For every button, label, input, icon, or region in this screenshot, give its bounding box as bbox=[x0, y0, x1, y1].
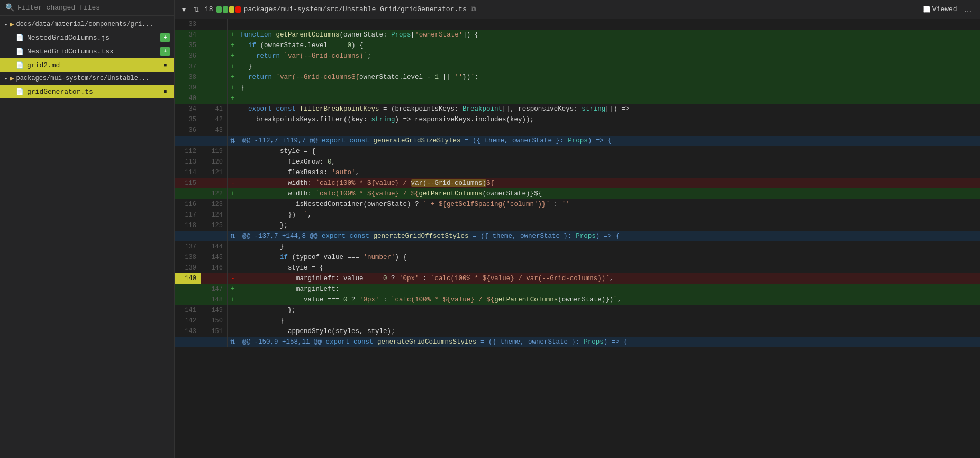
code-content[interactable]: 33 34 + function getParentColumns(ownerS… bbox=[175, 19, 980, 458]
line-num-new bbox=[201, 273, 228, 284]
line-num-new: 42 bbox=[201, 114, 228, 125]
code-line: 117 124 }) `, bbox=[175, 210, 980, 220]
line-num-new bbox=[201, 30, 228, 40]
folder-packages[interactable]: ▾ ▶ packages/mui-system/src/Unstable... bbox=[0, 72, 174, 85]
expand-icon[interactable]: ⇅ bbox=[228, 231, 238, 241]
expand-button[interactable]: ⇅ bbox=[191, 4, 202, 15]
folder-docs[interactable]: ▾ ▶ docs/data/material/components/gri... bbox=[0, 18, 174, 31]
line-num-new: 146 bbox=[201, 263, 228, 273]
line-num-new bbox=[201, 61, 228, 72]
code-header: ▾ ⇅ 18 packages/mui-system/src/Unstable_… bbox=[175, 0, 980, 19]
line-content: } bbox=[238, 61, 980, 72]
viewed-checkbox[interactable] bbox=[923, 6, 930, 13]
code-line-removed: 115 - width: `calc(100% * ${value} / var… bbox=[175, 178, 980, 188]
line-content: width: `calc(100% * ${value} / ${getPare… bbox=[238, 188, 980, 199]
line-num-old: 139 bbox=[175, 263, 201, 273]
header-filename: packages/mui-system/src/Unstable_Grid/gr… bbox=[244, 5, 467, 13]
line-content: marginLeft: bbox=[238, 284, 980, 294]
code-line-added: 35 + if (ownerState.level === 0) { bbox=[175, 40, 980, 51]
search-icon: 🔍 bbox=[5, 3, 14, 12]
line-num-new: 147 bbox=[201, 284, 228, 294]
file-badge-modified: ■ bbox=[160, 87, 170, 96]
line-content: if (typeof value === 'number') { bbox=[238, 252, 980, 263]
file-nested-grid-columns-js[interactable]: 📄 NestedGridColumns.js + bbox=[0, 31, 174, 44]
line-num-old: 33 bbox=[175, 19, 201, 30]
line-num-new: 151 bbox=[201, 326, 228, 337]
line-sign: + bbox=[228, 40, 238, 51]
line-num-new: 43 bbox=[201, 125, 228, 136]
line-num-old: 116 bbox=[175, 199, 201, 210]
code-line: 139 146 style = { bbox=[175, 263, 980, 273]
code-panel: ▾ ⇅ 18 packages/mui-system/src/Unstable_… bbox=[175, 0, 980, 458]
line-num-new: 119 bbox=[201, 146, 228, 157]
line-content bbox=[238, 19, 980, 30]
file-badge-added: + bbox=[160, 33, 170, 42]
line-num-old: 113 bbox=[175, 157, 201, 167]
line-num-old: 138 bbox=[175, 252, 201, 263]
line-content: }; bbox=[238, 220, 980, 231]
line-content bbox=[238, 125, 980, 136]
file-icon: 📄 bbox=[16, 34, 24, 42]
code-line: 112 119 style = { bbox=[175, 146, 980, 157]
line-num-old bbox=[175, 337, 201, 347]
hunk-info: @@ -137,7 +144,8 @@ export const generat… bbox=[238, 231, 980, 241]
file-grid-generator-ts[interactable]: 📄 gridGenerator.ts ■ bbox=[0, 85, 174, 98]
line-sign: + bbox=[228, 188, 238, 199]
code-line: 116 123 isNestedContainer(ownerState) ? … bbox=[175, 199, 980, 210]
folder-label: packages/mui-system/src/Unstable... bbox=[16, 75, 149, 82]
folder-icon: ▶ bbox=[10, 20, 14, 29]
line-num-old: 112 bbox=[175, 146, 201, 157]
expand-icon[interactable]: ⇅ bbox=[228, 136, 238, 146]
code-line-added: 122 + width: `calc(100% * ${value} / ${g… bbox=[175, 188, 980, 199]
line-num-old: 35 bbox=[175, 40, 201, 51]
line-sign: + bbox=[228, 284, 238, 294]
code-line: 118 125 }; bbox=[175, 220, 980, 231]
line-content: style = { bbox=[238, 263, 980, 273]
line-sign bbox=[228, 167, 238, 178]
line-sign: + bbox=[228, 30, 238, 40]
line-num-new: 122 bbox=[201, 188, 228, 199]
line-sign bbox=[228, 316, 238, 326]
code-line-added: 40 + bbox=[175, 93, 980, 104]
folder-label: docs/data/material/components/gri... bbox=[16, 21, 153, 28]
expand-icon[interactable]: ⇅ bbox=[228, 337, 238, 347]
line-num-old bbox=[175, 231, 201, 241]
viewed-label[interactable]: Viewed bbox=[923, 5, 957, 13]
more-options-button[interactable]: ... bbox=[961, 4, 975, 15]
line-num-old: 39 bbox=[175, 83, 201, 93]
line-num-new bbox=[201, 51, 228, 61]
line-sign bbox=[228, 157, 238, 167]
line-content: value === 0 ? '0px' : `calc(100% * ${val… bbox=[238, 294, 980, 305]
collapse-button[interactable]: ▾ bbox=[180, 4, 188, 15]
line-content: } bbox=[238, 316, 980, 326]
file-nested-grid-columns-tsx[interactable]: 📄 NestedGridColumns.tsx + bbox=[0, 44, 174, 58]
line-sign bbox=[228, 125, 238, 136]
file-icon: 📄 bbox=[16, 88, 24, 96]
line-num-new: 120 bbox=[201, 157, 228, 167]
line-content: isNestedContainer(ownerState) ? ` + ${ge… bbox=[238, 199, 980, 210]
copy-icon[interactable]: ⧉ bbox=[470, 4, 477, 14]
line-content: }; bbox=[238, 305, 980, 316]
header-right: Viewed ... bbox=[923, 4, 975, 15]
line-sign bbox=[228, 252, 238, 263]
search-input[interactable] bbox=[17, 4, 169, 12]
line-sign: + bbox=[228, 294, 238, 305]
line-num-new bbox=[201, 40, 228, 51]
line-num-new: 121 bbox=[201, 167, 228, 178]
diff-dot-green2 bbox=[223, 6, 228, 13]
line-num-new: 125 bbox=[201, 220, 228, 231]
line-num-old: 142 bbox=[175, 316, 201, 326]
line-num-old: 117 bbox=[175, 210, 201, 220]
search-bar[interactable]: 🔍 bbox=[0, 0, 174, 16]
line-content: export const filterBreakpointKeys = (bre… bbox=[238, 104, 980, 114]
line-sign: + bbox=[228, 72, 238, 83]
line-sign bbox=[228, 19, 238, 30]
line-num-old: 36 bbox=[175, 51, 201, 61]
line-sign bbox=[228, 210, 238, 220]
line-sign bbox=[228, 326, 238, 337]
line-num-new bbox=[201, 337, 228, 347]
file-grid2-md[interactable]: 📄 grid2.md ■ bbox=[0, 58, 174, 72]
line-content: }) `, bbox=[238, 210, 980, 220]
line-sign: - bbox=[228, 178, 238, 188]
code-line: 34 41 export const filterBreakpointKeys … bbox=[175, 104, 980, 114]
